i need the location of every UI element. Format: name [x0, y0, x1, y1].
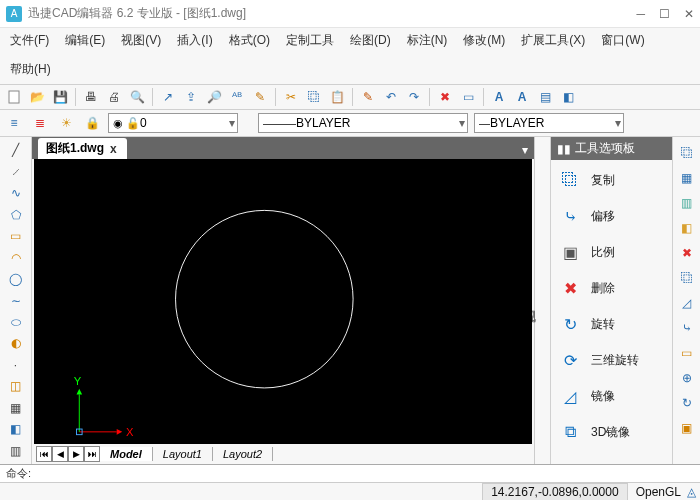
tab-last[interactable]: ⏭ [84, 446, 100, 462]
menu-view[interactable]: 视图(V) [117, 30, 165, 51]
text-b-button[interactable]: A [512, 87, 532, 107]
ucs-icon: X Y [74, 375, 134, 437]
r-tool-8[interactable]: ⤷ [677, 318, 697, 338]
lineweight-dropdown[interactable]: — BYLAYER▾ [474, 113, 624, 133]
cut-button[interactable]: ✂ [281, 87, 301, 107]
earc-tool[interactable]: ◐ [5, 334, 27, 352]
palette-item-2[interactable]: ▣比例 [553, 236, 670, 268]
arc-tool[interactable]: ◠ [5, 248, 27, 266]
paste-button[interactable]: 📋 [327, 87, 347, 107]
close-button[interactable]: ✕ [684, 7, 694, 21]
r-tool-11[interactable]: ↻ [677, 393, 697, 413]
palette-item-7[interactable]: ⧉3D镜像 [553, 416, 670, 448]
menu-help[interactable]: 帮助(H) [6, 59, 55, 80]
new-button[interactable] [4, 87, 24, 107]
drawn-circle[interactable] [176, 210, 354, 388]
svg-rect-0 [9, 91, 19, 103]
menu-edit[interactable]: 编辑(E) [61, 30, 109, 51]
tab-prev[interactable]: ◀ [52, 446, 68, 462]
spell-button[interactable]: ᴬᴮ [227, 87, 247, 107]
export-button[interactable]: ⇪ [181, 87, 201, 107]
canvas[interactable]: X Y [34, 159, 532, 444]
r-tool-10[interactable]: ⊕ [677, 368, 697, 388]
menu-draw[interactable]: 绘图(D) [346, 30, 395, 51]
minimize-button[interactable]: ─ [636, 7, 645, 21]
region-tool[interactable]: ◧ [5, 420, 27, 438]
menu-custom[interactable]: 定制工具 [282, 30, 338, 51]
find-button[interactable]: 🔎 [204, 87, 224, 107]
menu-dim[interactable]: 标注(N) [403, 30, 452, 51]
palette-item-1[interactable]: ⤷偏移 [553, 200, 670, 232]
layout-tabs: ⏮ ◀ ▶ ⏭ Model Layout1 Layout2 [32, 444, 534, 464]
r-tool-7[interactable]: ◿ [677, 293, 697, 313]
tab-next[interactable]: ▶ [68, 446, 84, 462]
file-tab-close[interactable]: x [110, 142, 117, 156]
pline-tool[interactable]: ∿ [5, 184, 27, 202]
menu-insert[interactable]: 插入(I) [173, 30, 216, 51]
palette-item-0[interactable]: ⿻复制 [553, 164, 670, 196]
text-c-button[interactable]: ▤ [535, 87, 555, 107]
line-tool[interactable]: ╱ [5, 141, 27, 159]
command-line[interactable]: 命令: [0, 464, 700, 482]
hatch-tool[interactable]: ▦ [5, 399, 27, 417]
point-tool[interactable]: · [5, 356, 27, 374]
undo-button[interactable]: ↶ [381, 87, 401, 107]
r-tool-6[interactable]: ⿻ [677, 268, 697, 288]
palette-item-5[interactable]: ⟳三维旋转 [553, 344, 670, 376]
linetype-dropdown[interactable]: ——— BYLAYER▾ [258, 113, 468, 133]
tab-dropdown-icon[interactable]: ▾ [522, 143, 528, 157]
layer-state-button[interactable]: ≣ [30, 113, 50, 133]
tool-a-button[interactable]: ✎ [250, 87, 270, 107]
circle-tool[interactable]: ◯ [5, 270, 27, 288]
layer-dropdown[interactable]: ◉ 🔓 0▾ [108, 113, 238, 133]
palette-item-6[interactable]: ◿镜像 [553, 380, 670, 412]
menu-modify[interactable]: 修改(M) [459, 30, 509, 51]
palette-title-bar[interactable]: ▮▮ 工具选项板 [551, 137, 672, 160]
xline-tool[interactable]: ⟋ [5, 162, 27, 180]
r-tool-12[interactable]: ▣ [677, 418, 697, 438]
palette-item-4[interactable]: ↻旋转 [553, 308, 670, 340]
menu-ext[interactable]: 扩展工具(X) [517, 30, 589, 51]
layer-tool-button[interactable]: ☀ [56, 113, 76, 133]
menu-file[interactable]: 文件(F) [6, 30, 53, 51]
table-tool[interactable]: ▥ [5, 442, 27, 460]
copy-button[interactable]: ⿻ [304, 87, 324, 107]
rect-tool[interactable]: ▭ [5, 227, 27, 245]
print-button[interactable]: 🖶 [81, 87, 101, 107]
match-button[interactable]: ✎ [358, 87, 378, 107]
r-tool-5[interactable]: ✖ [677, 243, 697, 263]
save-button[interactable]: 💾 [50, 87, 70, 107]
r-tool-4[interactable]: ◧ [677, 218, 697, 238]
redo-button[interactable]: ↷ [404, 87, 424, 107]
open-button[interactable]: 📂 [27, 87, 47, 107]
maximize-button[interactable]: ☐ [659, 7, 670, 21]
tab-layout2[interactable]: Layout2 [213, 447, 273, 461]
layer-mgr-button[interactable]: ≡ [4, 113, 24, 133]
r-tool-3[interactable]: ▥ [677, 193, 697, 213]
publish-button[interactable]: ↗ [158, 87, 178, 107]
ellipse-tool[interactable]: ⬭ [5, 313, 27, 331]
r-tool-1[interactable]: ⿻ [677, 143, 697, 163]
plot-button[interactable]: 🖨 [104, 87, 124, 107]
r-tool-9[interactable]: ▭ [677, 343, 697, 363]
text-a-button[interactable]: A [489, 87, 509, 107]
palette-item-icon: ⤷ [557, 205, 583, 227]
erase-button[interactable]: ✖ [435, 87, 455, 107]
layer-lock-button[interactable]: 🔒 [82, 113, 102, 133]
block-tool[interactable]: ◫ [5, 377, 27, 395]
status-icon[interactable]: ◬ [687, 485, 696, 499]
file-tab[interactable]: 图纸1.dwg x [38, 138, 127, 159]
spline-tool[interactable]: ∼ [5, 291, 27, 309]
polygon-tool[interactable]: ⬠ [5, 205, 27, 223]
preview-button[interactable]: 🔍 [127, 87, 147, 107]
palette-item-3[interactable]: ✖删除 [553, 272, 670, 304]
tab-model[interactable]: Model [100, 447, 153, 461]
text-d-button[interactable]: ◧ [558, 87, 578, 107]
r-tool-2[interactable]: ▦ [677, 168, 697, 188]
palette-item-icon: ⿻ [557, 169, 583, 191]
select-button[interactable]: ▭ [458, 87, 478, 107]
tab-first[interactable]: ⏮ [36, 446, 52, 462]
tab-layout1[interactable]: Layout1 [153, 447, 213, 461]
menu-window[interactable]: 窗口(W) [597, 30, 648, 51]
menu-format[interactable]: 格式(O) [225, 30, 274, 51]
